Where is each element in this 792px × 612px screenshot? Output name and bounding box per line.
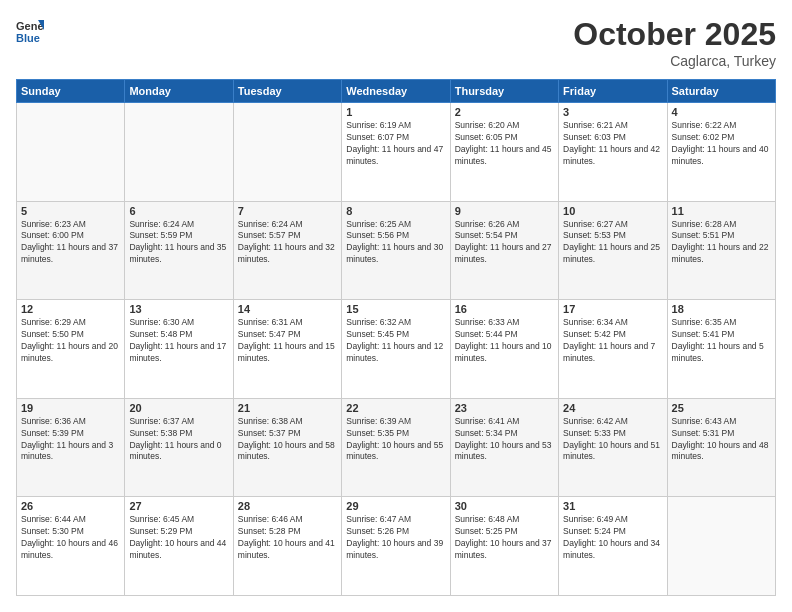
day-number: 27: [129, 500, 228, 512]
calendar-cell: 25Sunrise: 6:43 AM Sunset: 5:31 PM Dayli…: [667, 398, 775, 497]
day-number: 17: [563, 303, 662, 315]
calendar-week-row: 5Sunrise: 6:23 AM Sunset: 6:00 PM Daylig…: [17, 201, 776, 300]
day-number: 10: [563, 205, 662, 217]
calendar-cell: 8Sunrise: 6:25 AM Sunset: 5:56 PM Daylig…: [342, 201, 450, 300]
day-number: 6: [129, 205, 228, 217]
day-info: Sunrise: 6:28 AM Sunset: 5:51 PM Dayligh…: [672, 219, 771, 267]
calendar-cell: 5Sunrise: 6:23 AM Sunset: 6:00 PM Daylig…: [17, 201, 125, 300]
col-sunday: Sunday: [17, 80, 125, 103]
day-number: 29: [346, 500, 445, 512]
day-info: Sunrise: 6:43 AM Sunset: 5:31 PM Dayligh…: [672, 416, 771, 464]
calendar-cell: 27Sunrise: 6:45 AM Sunset: 5:29 PM Dayli…: [125, 497, 233, 596]
day-number: 15: [346, 303, 445, 315]
calendar-cell: 15Sunrise: 6:32 AM Sunset: 5:45 PM Dayli…: [342, 300, 450, 399]
calendar-cell: 9Sunrise: 6:26 AM Sunset: 5:54 PM Daylig…: [450, 201, 558, 300]
day-info: Sunrise: 6:47 AM Sunset: 5:26 PM Dayligh…: [346, 514, 445, 562]
day-number: 20: [129, 402, 228, 414]
day-number: 23: [455, 402, 554, 414]
day-info: Sunrise: 6:35 AM Sunset: 5:41 PM Dayligh…: [672, 317, 771, 365]
col-friday: Friday: [559, 80, 667, 103]
day-info: Sunrise: 6:21 AM Sunset: 6:03 PM Dayligh…: [563, 120, 662, 168]
svg-text:Blue: Blue: [16, 32, 40, 44]
day-number: 1: [346, 106, 445, 118]
col-saturday: Saturday: [667, 80, 775, 103]
day-info: Sunrise: 6:23 AM Sunset: 6:00 PM Dayligh…: [21, 219, 120, 267]
calendar-title: October 2025: [573, 16, 776, 53]
day-info: Sunrise: 6:34 AM Sunset: 5:42 PM Dayligh…: [563, 317, 662, 365]
col-wednesday: Wednesday: [342, 80, 450, 103]
calendar-cell: 17Sunrise: 6:34 AM Sunset: 5:42 PM Dayli…: [559, 300, 667, 399]
calendar-cell: 26Sunrise: 6:44 AM Sunset: 5:30 PM Dayli…: [17, 497, 125, 596]
calendar-header-row: Sunday Monday Tuesday Wednesday Thursday…: [17, 80, 776, 103]
day-number: 30: [455, 500, 554, 512]
calendar-cell: 22Sunrise: 6:39 AM Sunset: 5:35 PM Dayli…: [342, 398, 450, 497]
calendar-cell: 14Sunrise: 6:31 AM Sunset: 5:47 PM Dayli…: [233, 300, 341, 399]
calendar-cell: 2Sunrise: 6:20 AM Sunset: 6:05 PM Daylig…: [450, 103, 558, 202]
day-number: 14: [238, 303, 337, 315]
day-info: Sunrise: 6:30 AM Sunset: 5:48 PM Dayligh…: [129, 317, 228, 365]
day-info: Sunrise: 6:42 AM Sunset: 5:33 PM Dayligh…: [563, 416, 662, 464]
calendar-cell: 23Sunrise: 6:41 AM Sunset: 5:34 PM Dayli…: [450, 398, 558, 497]
calendar-week-row: 1Sunrise: 6:19 AM Sunset: 6:07 PM Daylig…: [17, 103, 776, 202]
calendar-subtitle: Caglarca, Turkey: [573, 53, 776, 69]
calendar-cell: 30Sunrise: 6:48 AM Sunset: 5:25 PM Dayli…: [450, 497, 558, 596]
day-number: 18: [672, 303, 771, 315]
day-number: 7: [238, 205, 337, 217]
day-number: 4: [672, 106, 771, 118]
calendar-cell: 20Sunrise: 6:37 AM Sunset: 5:38 PM Dayli…: [125, 398, 233, 497]
calendar-cell: [233, 103, 341, 202]
day-info: Sunrise: 6:44 AM Sunset: 5:30 PM Dayligh…: [21, 514, 120, 562]
calendar-cell: 19Sunrise: 6:36 AM Sunset: 5:39 PM Dayli…: [17, 398, 125, 497]
day-info: Sunrise: 6:41 AM Sunset: 5:34 PM Dayligh…: [455, 416, 554, 464]
day-number: 26: [21, 500, 120, 512]
calendar-cell: 6Sunrise: 6:24 AM Sunset: 5:59 PM Daylig…: [125, 201, 233, 300]
calendar-cell: 28Sunrise: 6:46 AM Sunset: 5:28 PM Dayli…: [233, 497, 341, 596]
calendar-cell: 12Sunrise: 6:29 AM Sunset: 5:50 PM Dayli…: [17, 300, 125, 399]
day-info: Sunrise: 6:25 AM Sunset: 5:56 PM Dayligh…: [346, 219, 445, 267]
day-number: 22: [346, 402, 445, 414]
day-info: Sunrise: 6:24 AM Sunset: 5:57 PM Dayligh…: [238, 219, 337, 267]
day-info: Sunrise: 6:33 AM Sunset: 5:44 PM Dayligh…: [455, 317, 554, 365]
col-monday: Monday: [125, 80, 233, 103]
calendar-cell: 13Sunrise: 6:30 AM Sunset: 5:48 PM Dayli…: [125, 300, 233, 399]
page: General Blue October 2025 Caglarca, Turk…: [0, 0, 792, 612]
calendar-week-row: 19Sunrise: 6:36 AM Sunset: 5:39 PM Dayli…: [17, 398, 776, 497]
calendar-cell: [125, 103, 233, 202]
logo: General Blue: [16, 16, 48, 44]
calendar-cell: 29Sunrise: 6:47 AM Sunset: 5:26 PM Dayli…: [342, 497, 450, 596]
calendar-cell: 11Sunrise: 6:28 AM Sunset: 5:51 PM Dayli…: [667, 201, 775, 300]
day-number: 12: [21, 303, 120, 315]
day-info: Sunrise: 6:31 AM Sunset: 5:47 PM Dayligh…: [238, 317, 337, 365]
day-number: 2: [455, 106, 554, 118]
day-info: Sunrise: 6:46 AM Sunset: 5:28 PM Dayligh…: [238, 514, 337, 562]
day-info: Sunrise: 6:49 AM Sunset: 5:24 PM Dayligh…: [563, 514, 662, 562]
calendar-cell: [17, 103, 125, 202]
calendar-cell: 18Sunrise: 6:35 AM Sunset: 5:41 PM Dayli…: [667, 300, 775, 399]
day-number: 16: [455, 303, 554, 315]
day-number: 21: [238, 402, 337, 414]
day-info: Sunrise: 6:38 AM Sunset: 5:37 PM Dayligh…: [238, 416, 337, 464]
generalblue-logo-icon: General Blue: [16, 16, 44, 44]
day-info: Sunrise: 6:32 AM Sunset: 5:45 PM Dayligh…: [346, 317, 445, 365]
calendar-cell: 1Sunrise: 6:19 AM Sunset: 6:07 PM Daylig…: [342, 103, 450, 202]
calendar-table: Sunday Monday Tuesday Wednesday Thursday…: [16, 79, 776, 596]
day-number: 31: [563, 500, 662, 512]
calendar-cell: 3Sunrise: 6:21 AM Sunset: 6:03 PM Daylig…: [559, 103, 667, 202]
calendar-cell: 10Sunrise: 6:27 AM Sunset: 5:53 PM Dayli…: [559, 201, 667, 300]
day-info: Sunrise: 6:48 AM Sunset: 5:25 PM Dayligh…: [455, 514, 554, 562]
calendar-cell: 16Sunrise: 6:33 AM Sunset: 5:44 PM Dayli…: [450, 300, 558, 399]
day-info: Sunrise: 6:37 AM Sunset: 5:38 PM Dayligh…: [129, 416, 228, 464]
day-info: Sunrise: 6:29 AM Sunset: 5:50 PM Dayligh…: [21, 317, 120, 365]
day-number: 5: [21, 205, 120, 217]
day-info: Sunrise: 6:20 AM Sunset: 6:05 PM Dayligh…: [455, 120, 554, 168]
day-info: Sunrise: 6:24 AM Sunset: 5:59 PM Dayligh…: [129, 219, 228, 267]
calendar-cell: [667, 497, 775, 596]
calendar-cell: 4Sunrise: 6:22 AM Sunset: 6:02 PM Daylig…: [667, 103, 775, 202]
day-number: 9: [455, 205, 554, 217]
day-info: Sunrise: 6:19 AM Sunset: 6:07 PM Dayligh…: [346, 120, 445, 168]
calendar-cell: 7Sunrise: 6:24 AM Sunset: 5:57 PM Daylig…: [233, 201, 341, 300]
header: General Blue October 2025 Caglarca, Turk…: [16, 16, 776, 69]
calendar-week-row: 26Sunrise: 6:44 AM Sunset: 5:30 PM Dayli…: [17, 497, 776, 596]
day-info: Sunrise: 6:39 AM Sunset: 5:35 PM Dayligh…: [346, 416, 445, 464]
day-number: 19: [21, 402, 120, 414]
